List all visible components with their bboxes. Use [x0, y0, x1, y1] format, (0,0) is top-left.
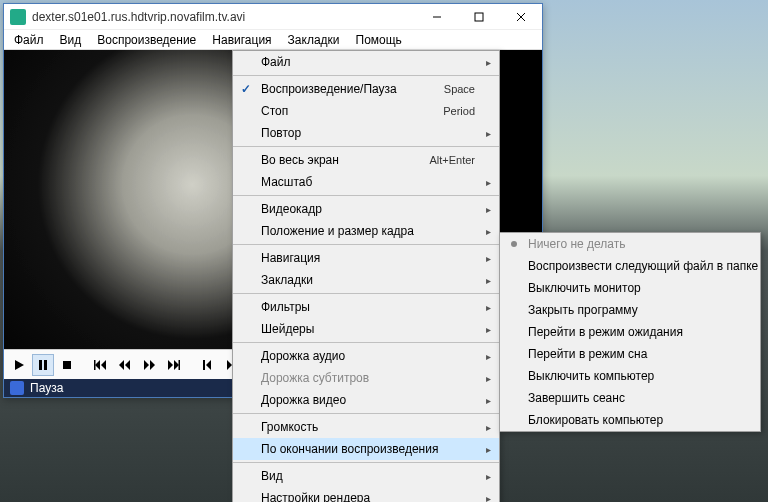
submenu-arrow-icon: ▸ — [486, 177, 491, 188]
svg-marker-13 — [144, 360, 149, 370]
svg-rect-1 — [475, 13, 483, 21]
svg-rect-18 — [203, 360, 205, 370]
menu-bookmarks[interactable]: Закладки — [280, 31, 348, 49]
submenu-arrow-icon: ▸ — [486, 422, 491, 433]
submenu-arrow-icon: ▸ — [486, 275, 491, 286]
submenu-arrow-icon: ▸ — [486, 395, 491, 406]
submenu-item[interactable]: Выключить компьютер — [500, 365, 760, 387]
svg-marker-8 — [95, 360, 100, 370]
submenu-arrow-icon: ▸ — [486, 253, 491, 264]
menu-item[interactable]: Повтор▸ — [233, 122, 499, 144]
menu-item[interactable]: Видеокадр▸ — [233, 198, 499, 220]
menu-item[interactable]: Файл▸ — [233, 51, 499, 73]
svg-marker-10 — [101, 360, 106, 370]
menu-item[interactable]: Шейдеры▸ — [233, 318, 499, 340]
menu-item[interactable]: Настройки рендера▸ — [233, 487, 499, 502]
after-playback-submenu: Ничего не делатьВоспроизвести следующий … — [499, 232, 761, 432]
menu-item[interactable]: Фильтры▸ — [233, 296, 499, 318]
close-button[interactable] — [500, 4, 542, 30]
submenu-arrow-icon: ▸ — [486, 226, 491, 237]
skip-forward-button[interactable] — [162, 354, 184, 376]
maximize-button[interactable] — [458, 4, 500, 30]
menu-item: Дорожка субтитров▸ — [233, 367, 499, 389]
submenu-item[interactable]: Ничего не делать — [500, 233, 760, 255]
shortcut-label: Space — [444, 83, 475, 95]
submenu-arrow-icon: ▸ — [486, 351, 491, 362]
menu-item[interactable]: Дорожка видео▸ — [233, 389, 499, 411]
menu-play[interactable]: Воспроизведение — [89, 31, 204, 49]
submenu-arrow-icon: ▸ — [486, 128, 491, 139]
svg-marker-15 — [168, 360, 173, 370]
svg-marker-19 — [206, 360, 211, 370]
menu-item[interactable]: Масштаб▸ — [233, 171, 499, 193]
shortcut-label: Period — [443, 105, 475, 117]
menu-view[interactable]: Вид — [52, 31, 90, 49]
submenu-arrow-icon: ▸ — [486, 471, 491, 482]
menu-item[interactable]: Закладки▸ — [233, 269, 499, 291]
submenu-item[interactable]: Выключить монитор — [500, 277, 760, 299]
step-back-button[interactable] — [196, 354, 218, 376]
svg-marker-4 — [15, 360, 24, 370]
menu-item[interactable]: Громкость▸ — [233, 416, 499, 438]
menu-item[interactable]: Положение и размер кадра▸ — [233, 220, 499, 242]
submenu-arrow-icon: ▸ — [486, 204, 491, 215]
skip-back-button[interactable] — [90, 354, 112, 376]
svg-marker-14 — [150, 360, 155, 370]
menu-nav[interactable]: Навигация — [204, 31, 279, 49]
app-icon — [10, 9, 26, 25]
svg-rect-5 — [39, 360, 42, 370]
submenu-item[interactable]: Воспроизвести следующий файл в папке — [500, 255, 760, 277]
menu-item[interactable]: СтопPeriod — [233, 100, 499, 122]
menu-item[interactable]: Дорожка аудио▸ — [233, 345, 499, 367]
svg-marker-12 — [125, 360, 130, 370]
shortcut-label: Alt+Enter — [429, 154, 475, 166]
menu-item[interactable]: Навигация▸ — [233, 247, 499, 269]
forward-button[interactable] — [138, 354, 160, 376]
svg-rect-9 — [94, 360, 96, 370]
minimize-button[interactable] — [416, 4, 458, 30]
status-icon — [10, 381, 24, 395]
check-icon: ✓ — [241, 82, 251, 96]
status-text: Пауза — [30, 381, 63, 395]
menu-help[interactable]: Помощь — [348, 31, 410, 49]
svg-marker-16 — [174, 360, 179, 370]
menubar: Файл Вид Воспроизведение Навигация Закла… — [4, 30, 542, 50]
svg-rect-17 — [179, 360, 181, 370]
menu-item[interactable]: Вид▸ — [233, 465, 499, 487]
submenu-arrow-icon: ▸ — [486, 57, 491, 68]
titlebar[interactable]: dexter.s01e01.rus.hdtvrip.novafilm.tv.av… — [4, 4, 542, 30]
submenu-item[interactable]: Перейти в режим сна — [500, 343, 760, 365]
menu-item[interactable]: По окончании воспроизведения▸ — [233, 438, 499, 460]
submenu-item[interactable]: Закрыть программу — [500, 299, 760, 321]
submenu-arrow-icon: ▸ — [486, 493, 491, 503]
submenu-arrow-icon: ▸ — [486, 444, 491, 455]
context-menu: Файл▸Воспроизведение/Пауза✓SpaceСтопPeri… — [232, 50, 500, 502]
menu-item[interactable]: Во весь экранAlt+Enter — [233, 149, 499, 171]
submenu-arrow-icon: ▸ — [486, 324, 491, 335]
submenu-arrow-icon: ▸ — [486, 373, 491, 384]
svg-rect-7 — [63, 361, 71, 369]
svg-rect-6 — [44, 360, 47, 370]
radio-icon — [511, 241, 517, 247]
window-title: dexter.s01e01.rus.hdtvrip.novafilm.tv.av… — [32, 10, 416, 24]
svg-marker-11 — [119, 360, 124, 370]
menu-file[interactable]: Файл — [6, 31, 52, 49]
menu-item[interactable]: Воспроизведение/Пауза✓Space — [233, 78, 499, 100]
stop-button[interactable] — [56, 354, 78, 376]
submenu-item[interactable]: Блокировать компьютер — [500, 409, 760, 431]
submenu-item[interactable]: Перейти в режим ожидания — [500, 321, 760, 343]
pause-button[interactable] — [32, 354, 54, 376]
play-button[interactable] — [8, 354, 30, 376]
rewind-button[interactable] — [114, 354, 136, 376]
submenu-arrow-icon: ▸ — [486, 302, 491, 313]
submenu-item[interactable]: Завершить сеанс — [500, 387, 760, 409]
